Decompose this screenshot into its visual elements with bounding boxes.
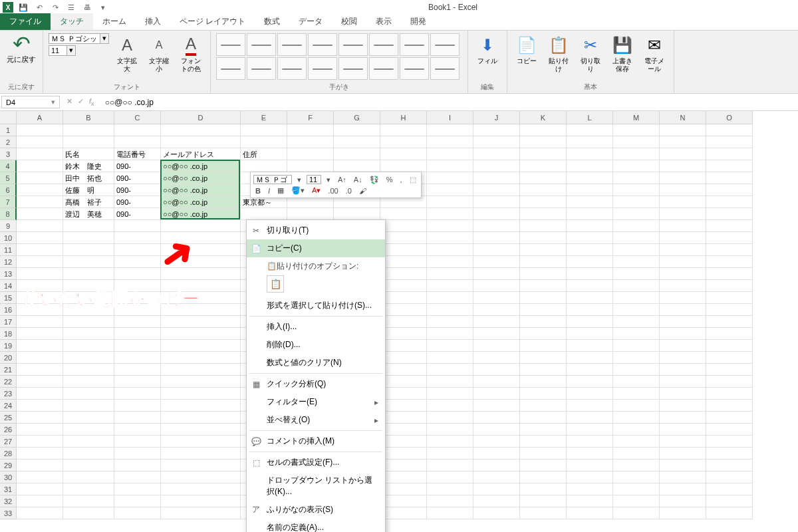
cell[interactable] [427, 352, 473, 364]
cell[interactable] [473, 172, 520, 184]
cell[interactable] [520, 184, 567, 196]
cell[interactable] [473, 148, 520, 160]
cell[interactable] [17, 316, 63, 328]
cell[interactable] [660, 328, 706, 340]
cell[interactable] [161, 232, 241, 244]
cell[interactable] [17, 364, 63, 376]
cell[interactable] [380, 280, 427, 292]
ink-swatch[interactable] [400, 33, 429, 56]
cell[interactable] [427, 208, 473, 220]
col-header[interactable]: K [520, 111, 567, 124]
cell[interactable] [520, 124, 567, 136]
formula-input[interactable]: ○○@○○ .co.jp [101, 96, 798, 108]
cell[interactable] [520, 483, 567, 495]
cell[interactable] [520, 160, 567, 172]
font-color-icon[interactable]: A▾ [310, 186, 323, 195]
cell[interactable] [114, 220, 161, 232]
cell[interactable] [473, 232, 520, 244]
shrink-font-icon[interactable]: A↓ [352, 176, 364, 184]
grow-font-icon[interactable]: A↑ [336, 176, 348, 184]
comma-icon[interactable]: , [398, 176, 404, 184]
border-icon[interactable]: ▦ [275, 186, 286, 195]
cell[interactable] [17, 136, 63, 148]
cell[interactable] [334, 124, 380, 136]
cell[interactable] [380, 256, 427, 268]
cell[interactable] [660, 412, 706, 424]
row-header[interactable]: 22 [0, 376, 17, 388]
cell[interactable] [17, 208, 63, 220]
cell[interactable] [473, 184, 520, 196]
cell[interactable] [567, 136, 613, 148]
cell[interactable] [660, 340, 706, 352]
cell[interactable] [660, 148, 706, 160]
cell[interactable] [114, 340, 161, 352]
row-header[interactable]: 19 [0, 340, 17, 352]
cell[interactable] [17, 436, 63, 448]
row-header[interactable]: 17 [0, 316, 17, 328]
cell[interactable] [473, 376, 520, 388]
cell[interactable] [473, 328, 520, 340]
cell[interactable] [706, 220, 753, 232]
ctx-insert-comment[interactable]: 💬コメントの挿入(M) [247, 432, 385, 450]
cell[interactable]: 渡辺 美穂 [63, 208, 114, 220]
ctx-copy[interactable]: 📄コピー(C) [247, 239, 385, 257]
cell[interactable] [427, 400, 473, 412]
cell[interactable]: 鈴木 隆史 [63, 160, 114, 172]
cell[interactable] [63, 316, 114, 328]
cell[interactable] [63, 436, 114, 448]
cell[interactable] [706, 268, 753, 280]
cell[interactable] [706, 364, 753, 376]
cell[interactable] [613, 471, 660, 483]
cell[interactable] [161, 376, 241, 388]
cell[interactable] [63, 424, 114, 436]
cell[interactable] [380, 412, 427, 424]
cell[interactable] [114, 507, 161, 519]
cell[interactable] [660, 388, 706, 400]
ink-gallery[interactable] [216, 33, 462, 80]
cell[interactable] [17, 483, 63, 495]
cell[interactable] [567, 184, 613, 196]
cell[interactable] [427, 292, 473, 304]
qat-undo-icon[interactable]: ↶ [32, 0, 47, 15]
cell[interactable] [427, 232, 473, 244]
paste-button[interactable]: 📋貼り付け [545, 33, 573, 74]
cell[interactable] [613, 268, 660, 280]
cell[interactable]: ○○@○○ .co.jp [161, 208, 241, 220]
cell[interactable] [114, 495, 161, 507]
cell[interactable] [17, 471, 63, 483]
col-header[interactable]: N [660, 111, 706, 124]
cell[interactable] [660, 124, 706, 136]
cell[interactable] [161, 400, 241, 412]
col-header[interactable]: L [567, 111, 613, 124]
cell[interactable] [380, 436, 427, 448]
merge-icon[interactable]: ⬚ [408, 176, 418, 184]
cell[interactable] [613, 328, 660, 340]
cell[interactable] [17, 292, 63, 304]
col-header[interactable]: A [17, 111, 63, 124]
cell[interactable] [427, 268, 473, 280]
cell[interactable] [613, 172, 660, 184]
cell[interactable] [427, 388, 473, 400]
cell[interactable] [706, 436, 753, 448]
cell[interactable] [380, 124, 427, 136]
cell[interactable] [63, 280, 114, 292]
cell[interactable] [427, 328, 473, 340]
cell[interactable] [473, 460, 520, 471]
cell[interactable] [706, 124, 753, 136]
cell[interactable] [63, 304, 114, 316]
mini-font-name[interactable] [253, 175, 292, 184]
shrink-font-button[interactable]: A文字縮小 [145, 33, 173, 74]
cell[interactable] [660, 424, 706, 436]
tab-home[interactable]: ホーム [93, 13, 136, 30]
cell[interactable] [63, 507, 114, 519]
cell[interactable] [613, 208, 660, 220]
qat-redo-icon[interactable]: ↷ [48, 0, 63, 15]
cell[interactable] [427, 316, 473, 328]
cell[interactable] [427, 483, 473, 495]
cell[interactable] [380, 448, 427, 460]
cell[interactable] [427, 424, 473, 436]
cell[interactable] [660, 220, 706, 232]
cell[interactable] [380, 424, 427, 436]
cell[interactable] [473, 280, 520, 292]
cell[interactable] [567, 424, 613, 436]
